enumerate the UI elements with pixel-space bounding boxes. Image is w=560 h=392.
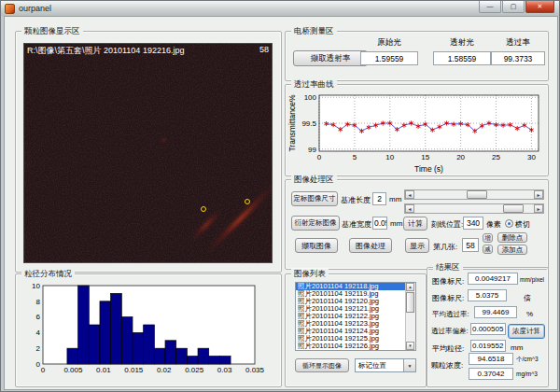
particle-concentration-count-field[interactable] — [469, 353, 513, 365]
panel-title: 颗粒图像显示区 — [21, 26, 83, 35]
slider-1-thumb[interactable] — [467, 190, 487, 199]
close-button[interactable]: ✕ — [525, 1, 554, 13]
y-tick-label: 4 — [36, 329, 41, 337]
hist-bar — [144, 325, 155, 364]
x-tick-label: 0.02 — [157, 366, 172, 374]
crosscut-radio[interactable] — [505, 219, 513, 228]
original-light-field[interactable] — [360, 51, 418, 65]
pixel-unit-label: 像素 — [486, 219, 501, 230]
panel-size-distribution: 粒径分布情况 00.0050.010.0150.020.0250.030.035… — [15, 273, 282, 387]
hist-bar — [89, 325, 100, 364]
crosscut-radio-label: 横切 — [515, 219, 530, 230]
concentration-calc-button[interactable]: 浓度计算 — [508, 324, 545, 339]
x-tick-label: 0.01 — [96, 366, 111, 374]
panel-title: 透过率曲线 — [291, 79, 337, 89]
calibrate-image-size-button[interactable]: 定标图像尺寸 — [291, 191, 338, 206]
slider-1-left-arrow-icon[interactable]: ◄ — [405, 190, 414, 199]
original-light-label: 原始光 — [360, 37, 418, 49]
avg-diameter-field[interactable] — [470, 340, 506, 352]
image-scale-label: 图像标尺: — [432, 276, 464, 287]
magnification-field[interactable] — [468, 289, 507, 301]
scribe-line-position-label: 刻线位置: — [431, 219, 463, 230]
maximize-button[interactable]: ▢ — [502, 1, 525, 13]
frame-index-field[interactable] — [462, 238, 479, 252]
scroll-up-arrow-icon[interactable]: ▲ — [406, 283, 414, 291]
marker-position-dropdown[interactable]: 标记位置 ▼ — [355, 358, 416, 372]
scroll-down-arrow-icon[interactable]: ▼ — [406, 342, 414, 350]
panel-particle-display: 颗粒图像显示区 R:\图像\第五套\照片 20101104 192216.jpg… — [15, 31, 282, 273]
slider-2-left-arrow-icon[interactable]: ◄ — [405, 204, 414, 213]
slider-1[interactable]: ◄ ► — [404, 189, 544, 200]
magnification-label: 图像标尺: — [432, 293, 464, 303]
marker-circle-2 — [245, 199, 250, 204]
avg-transmittance-field[interactable] — [474, 306, 517, 318]
ref-length-label: 基准长度 — [341, 195, 371, 205]
ref-width-field[interactable] — [372, 217, 387, 230]
app-window: ourpanel — ▢ ✕ 颗粒图像显示区 R:\图像\第五套\照片 2010… — [0, 0, 560, 392]
ref-width-unit: mm — [390, 219, 402, 228]
minimize-button[interactable]: — — [479, 1, 501, 13]
image-scale-field[interactable] — [468, 273, 518, 285]
hist-bar — [100, 301, 111, 364]
transmittance-deviation-label: 透过率偏差: — [431, 327, 469, 336]
list-scrollbar[interactable]: ▲ ▼ — [405, 283, 415, 350]
image-process-button[interactable]: 图像处理 — [349, 238, 392, 253]
panel-bridge-measurement: 电桥测量区 撷取透射率 原始光 透射光 透过率 — [285, 31, 549, 81]
slider-2-thumb[interactable] — [503, 204, 524, 213]
slider-2-right-arrow-icon[interactable]: ► — [534, 204, 543, 213]
panel-title: 粒径分布情况 — [21, 269, 75, 278]
image-listbox[interactable]: 照片20101104 192118.jpg照片20101104 192119.j… — [295, 282, 416, 351]
x-tick-label: 0 — [317, 153, 322, 161]
hist-bar — [111, 293, 122, 364]
avg-diameter-label: 平均粒径: — [432, 343, 464, 354]
y-tick-label: 100 — [304, 93, 317, 102]
cycle-display-button[interactable]: 循环显示图像 — [295, 358, 349, 372]
app-icon — [5, 4, 15, 14]
hist-bar — [176, 348, 188, 364]
hist-bar — [67, 348, 78, 364]
transmitted-light-field[interactable] — [433, 51, 491, 65]
x-tick-label: 10 — [385, 153, 394, 161]
particle-concentration-mass-field[interactable] — [469, 368, 513, 380]
particle-image-canvas[interactable]: R:\图像\第五套\照片 20101104 192216.jpg 58 — [23, 43, 273, 263]
scroll-thumb[interactable] — [406, 292, 414, 313]
transmitted-light-label: 透射光 — [433, 37, 491, 49]
y-tick-label: 99 — [308, 146, 316, 154]
image-frame-number: 58 — [259, 45, 269, 57]
list-item[interactable]: 照片20101104 192126.jpg — [296, 343, 406, 350]
avg-diameter-unit: mm — [511, 343, 523, 352]
dropdown-arrow-icon[interactable]: ▼ — [403, 359, 415, 371]
y-tick-label: 99.5 — [301, 119, 316, 128]
x-tick-label: 0.025 — [185, 366, 204, 374]
avg-transmittance-label: 平均透过率: — [432, 310, 469, 319]
panel-image-processing: 图像处理区 定标图像尺寸 基准长度 mm ◄ ► ◄ ► 衍射定标图像 基准宽度… — [285, 179, 549, 270]
capture-transmittance-button[interactable]: 撷取透射率 — [293, 50, 368, 66]
slider-2[interactable]: ◄ ► — [404, 203, 544, 214]
hist-bar — [78, 286, 90, 364]
x-tick-label: 20 — [456, 153, 465, 161]
y-tick-label: 6 — [36, 313, 41, 321]
add-point-button[interactable]: 添加点 — [497, 245, 527, 255]
title-bar[interactable]: ourpanel — ▢ ✕ — [1, 1, 559, 16]
transmittance-field[interactable] — [491, 51, 545, 65]
increment-button[interactable]: 增 — [483, 233, 493, 243]
delete-point-button[interactable]: 删除点 — [497, 232, 527, 243]
hist-bar — [198, 348, 209, 364]
panel-title: 电桥测量区 — [291, 26, 337, 35]
slider-1-right-arrow-icon[interactable]: ► — [534, 190, 543, 199]
particle-concentration-label: 颗粒浓度: — [431, 360, 463, 371]
x-tick-label: 30 — [527, 153, 536, 161]
particle-faint-dot — [161, 138, 167, 142]
x-tick-label: 0 — [41, 366, 46, 374]
calculate-button[interactable]: 计算 — [403, 217, 427, 231]
avg-transmittance-unit: % — [526, 310, 533, 318]
diffraction-calibration-button[interactable]: 衍射定标图像 — [291, 216, 340, 231]
decrement-button[interactable]: 减 — [483, 245, 493, 254]
ref-length-field[interactable] — [372, 192, 386, 205]
transmittance-deviation-field[interactable] — [470, 323, 506, 335]
x-tick-label: 5 — [353, 153, 357, 161]
show-button[interactable]: 显示 — [405, 238, 429, 253]
capture-image-button[interactable]: 撷取图像 — [295, 238, 338, 253]
scribe-line-position-field[interactable] — [463, 217, 483, 230]
x-tick-label: 0.035 — [245, 366, 265, 374]
